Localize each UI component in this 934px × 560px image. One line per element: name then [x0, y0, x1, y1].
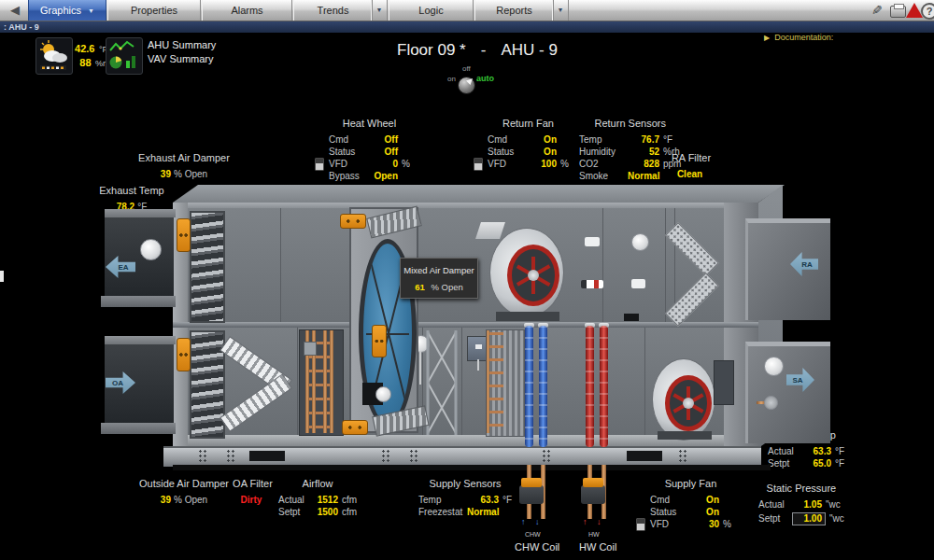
- coil-serpentine: [488, 332, 503, 433]
- floor-block: [624, 314, 639, 321]
- hw-supply-arrow-icon: ↑: [583, 517, 587, 526]
- row-unit: cfm: [342, 506, 357, 518]
- row-value: 100: [529, 158, 557, 170]
- bypass-damper-actuator: [342, 420, 368, 435]
- summary-widget[interactable]: [106, 37, 143, 75]
- heat-wheel-damper-actuator: [340, 214, 366, 229]
- chevron-down-icon: ▼: [558, 7, 564, 13]
- row-label: Setpt: [768, 457, 801, 469]
- menu-bar: ◀ Graphics▼ Properties Alarms Trends ▼ L…: [0, 0, 934, 21]
- row-unit: °F: [835, 457, 844, 469]
- hw-return-arrow-icon: ↓: [597, 517, 601, 526]
- heat-wheel-pulley: [375, 386, 391, 402]
- tab-reports[interactable]: Reports: [474, 0, 554, 21]
- chart-icon: [106, 38, 140, 72]
- edit-icon[interactable]: ✎: [871, 3, 883, 18]
- row-label: Cmd: [329, 133, 370, 146]
- duct-sensor: [631, 233, 649, 251]
- row-unit: "wc: [829, 512, 844, 525]
- data-row: StatusOn: [488, 146, 569, 158]
- row-label: Setpt: [278, 506, 310, 518]
- row-label: Freezestat: [418, 506, 467, 518]
- junction-box-stem: [477, 359, 479, 371]
- data-row: Temp76.7°F: [579, 133, 681, 146]
- row-unit: °F: [502, 494, 512, 506]
- data-row: BypassOpen: [329, 170, 410, 182]
- breadcrumb-bar: : AHU - 9: [0, 21, 934, 33]
- tab-logic[interactable]: Logic: [389, 0, 474, 21]
- fan-hub: [528, 270, 539, 281]
- base-slot: [627, 451, 662, 461]
- documentation-link[interactable]: ▶Documentation:: [764, 33, 833, 42]
- chw-return-arrow-icon: ↓: [535, 517, 540, 526]
- tab-trends[interactable]: Trends: [293, 0, 373, 21]
- exhaust-damper-actuator: [177, 218, 191, 252]
- row-value: On: [529, 133, 557, 146]
- row-value: 0: [370, 158, 398, 170]
- data-row: Setpt1.00"wc: [758, 512, 844, 525]
- panel-seam: [665, 208, 666, 322]
- row-value: 1512: [310, 494, 338, 506]
- row-label: Actual: [758, 498, 792, 511]
- hw-coil-pipe: [586, 326, 594, 447]
- ea-duct-top: [105, 209, 176, 217]
- panel-title: Exhaust Temp: [90, 185, 174, 196]
- ahu-summary-link[interactable]: AHU Summary: [148, 39, 216, 50]
- reports-dropdown-button[interactable]: ▼: [552, 0, 569, 21]
- ea-duct-floor: [101, 296, 176, 307]
- title-unit: AHU - 9: [501, 41, 557, 60]
- valve-actuator-top: [521, 478, 542, 487]
- electrical-panel: [714, 360, 734, 405]
- data-row: VFD0%: [329, 158, 410, 170]
- row-value: On: [691, 494, 719, 506]
- row-label: Setpt: [758, 512, 792, 525]
- tab-alarms[interactable]: Alarms: [202, 0, 292, 21]
- tab-graphics[interactable]: Graphics▼: [28, 0, 106, 21]
- ea-label: EA: [118, 263, 128, 272]
- data-row: StatusOff: [329, 146, 410, 158]
- panel-title: RA Filter: [654, 152, 729, 163]
- panel-seam: [297, 328, 298, 435]
- edge-marker: [0, 271, 4, 282]
- trends-dropdown-button[interactable]: ▼: [371, 0, 388, 21]
- row-value: 65.0: [801, 457, 831, 469]
- row-unit: %: [723, 518, 731, 530]
- ahu-top-face: [173, 185, 785, 203]
- coil-pipe: [330, 330, 333, 433]
- data-row: CmdOff: [329, 133, 410, 146]
- preheat-coil: [299, 329, 344, 436]
- row-value: 30: [691, 518, 719, 530]
- valve-body: [581, 485, 605, 504]
- back-button[interactable]: ◀: [4, 0, 26, 21]
- rivet-strip: [226, 449, 235, 462]
- panel-seam: [280, 208, 281, 322]
- vav-summary-link[interactable]: VAV Summary: [148, 53, 214, 64]
- static-pressure-setpoint-input[interactable]: 1.00: [792, 512, 826, 525]
- chw-coil-pipe: [539, 326, 547, 447]
- heat-wheel-actuator: [372, 325, 387, 357]
- damper-position-unit: % Open: [174, 495, 207, 505]
- row-label: Humidity: [579, 146, 628, 158]
- data-row: StatusOn: [650, 506, 731, 518]
- data-row: Actual1.05"wc: [758, 498, 844, 511]
- switch-auto-label: auto: [476, 74, 494, 83]
- help-icon[interactable]: ?: [921, 3, 934, 20]
- return-fan-panel: Return Fan CmdOn StatusOn VFD100%: [488, 118, 569, 170]
- row-label: Actual: [768, 445, 801, 457]
- chw-coil-label: CHW Coil: [515, 541, 559, 553]
- supply-sensors-panel: Supply Sensors Temp63.3°F FreezestatNorm…: [418, 478, 512, 518]
- hand-off-auto-switch[interactable]: [458, 77, 475, 94]
- printer-icon[interactable]: [890, 6, 906, 18]
- tab-properties[interactable]: Properties: [107, 0, 201, 21]
- panel-title: Heat Wheel: [329, 118, 410, 129]
- oa-filter-status: Dirty: [241, 495, 262, 505]
- oa-damper-louvers: [190, 330, 225, 439]
- row-value: Open: [370, 170, 398, 182]
- row-value: On: [529, 146, 557, 158]
- rivet-strip: [198, 449, 207, 462]
- back-icon: ◀: [10, 3, 20, 17]
- row-unit: °F: [663, 133, 672, 146]
- rivet-strip: [678, 449, 687, 462]
- hw-valve-actuator: [581, 478, 605, 506]
- oa-filter-panel: OA Filter Dirty: [222, 478, 283, 505]
